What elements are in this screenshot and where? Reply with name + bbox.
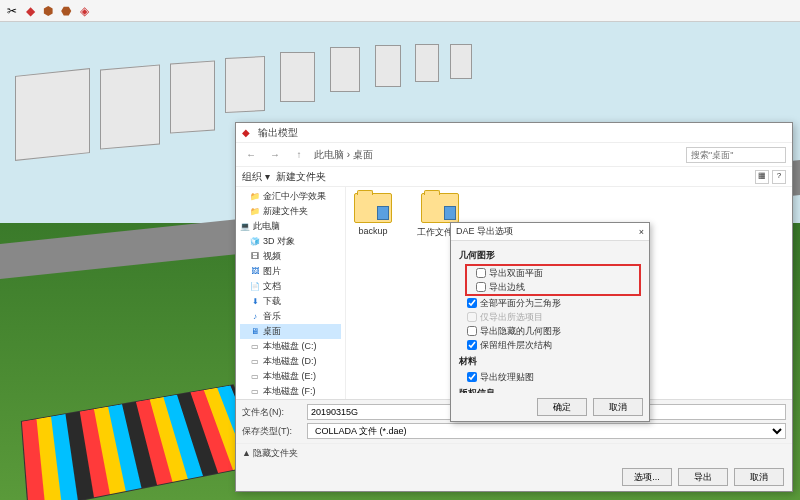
nav-back-icon[interactable]: ← (242, 149, 260, 160)
building-model (280, 52, 315, 102)
folder-icon: 🎞 (250, 252, 260, 262)
new-folder-button[interactable]: 新建文件夹 (276, 170, 326, 184)
folder-icon: 📁 (250, 192, 260, 202)
building-model (100, 64, 160, 149)
check-hierarchy[interactable]: 保留组件层次结构 (459, 338, 641, 352)
folder-icon: 📁 (250, 207, 260, 217)
check-triangulate[interactable]: 全部平面分为三角形 (459, 296, 641, 310)
options-button[interactable]: 选项... (622, 468, 672, 486)
tree-label: 此电脑 (253, 220, 280, 233)
file-item[interactable]: backup (354, 193, 392, 236)
app-icon: ◆ (242, 127, 254, 139)
ok-button[interactable]: 确定 (537, 398, 587, 416)
tree-label: 3D 对象 (263, 235, 295, 248)
tree-item[interactable]: ▭本地磁盘 (C:) (240, 339, 341, 354)
tree-label: 金汇中小学效果 (263, 190, 326, 203)
tree-label: 文档 (263, 280, 281, 293)
check-two-sided[interactable]: 导出双面平面 (468, 266, 638, 280)
file-toolbar: 组织 ▾ 新建文件夹 ▦ ? (236, 167, 792, 187)
tool-gem-icon[interactable]: ◈ (76, 3, 92, 19)
organize-menu[interactable]: 组织 ▾ (242, 170, 270, 184)
folder-icon (354, 193, 392, 223)
dae-options-dialog: DAE 导出选项 × 几何图形 导出双面平面 导出边线 全部平面分为三角形 仅导… (450, 222, 650, 422)
folder-icon: ⬇ (250, 297, 260, 307)
folder-icon: ▭ (250, 372, 260, 382)
nav-bar: ← → ↑ 此电脑 › 桌面 (236, 143, 792, 167)
hide-folders-toggle[interactable]: ▲ 隐藏文件夹 (236, 443, 792, 463)
tree-item[interactable]: 🖥桌面 (240, 324, 341, 339)
section-materials: 材料 (459, 355, 641, 368)
folder-icon: 🖼 (250, 267, 260, 277)
folder-icon (421, 193, 459, 223)
building-model (15, 68, 90, 161)
options-cancel-button[interactable]: 取消 (593, 398, 643, 416)
folder-icon: ♪ (250, 312, 260, 322)
tool-scissors-icon[interactable]: ✂ (4, 3, 20, 19)
highlighted-options: 导出双面平面 导出边线 (465, 264, 641, 296)
folder-icon: 📄 (250, 282, 260, 292)
tree-label: 新建文件夹 (263, 205, 308, 218)
folder-icon: 🖥 (250, 327, 260, 337)
file-label: backup (358, 226, 387, 236)
filetype-select[interactable]: COLLADA 文件 (*.dae) (307, 423, 786, 439)
tree-label: 视频 (263, 250, 281, 263)
options-buttons: 确定 取消 (451, 393, 649, 421)
tree-item[interactable]: 🖼图片 (240, 264, 341, 279)
nav-forward-icon[interactable]: → (266, 149, 284, 160)
tree-item[interactable]: 🧊3D 对象 (240, 234, 341, 249)
tree-item[interactable]: 📄文档 (240, 279, 341, 294)
check-export-edges[interactable]: 导出边线 (468, 280, 638, 294)
filename-label: 文件名(N): (242, 406, 302, 419)
building-model (375, 45, 401, 87)
search-input[interactable] (686, 147, 786, 163)
tool-box1-icon[interactable]: ⬢ (40, 3, 56, 19)
tree-label: 桌面 (263, 325, 281, 338)
filetype-label: 保存类型(T): (242, 425, 302, 438)
view-icons-button[interactable]: ▦ (755, 170, 769, 184)
section-geometry: 几何图形 (459, 249, 641, 262)
building-model (225, 56, 265, 113)
options-titlebar[interactable]: DAE 导出选项 × (451, 223, 649, 241)
dialog-title: 输出模型 (258, 126, 298, 140)
export-button[interactable]: 导出 (678, 468, 728, 486)
building-model (330, 47, 360, 92)
tree-label: 音乐 (263, 310, 281, 323)
tool-diamond-icon[interactable]: ◆ (22, 3, 38, 19)
cancel-button[interactable]: 取消 (734, 468, 784, 486)
tree-item[interactable]: ▭本地磁盘 (F:) (240, 384, 341, 399)
building-model (415, 44, 439, 82)
nav-up-icon[interactable]: ↑ (290, 149, 308, 160)
tree-label: 本地磁盘 (F:) (263, 385, 316, 398)
tree-label: 下载 (263, 295, 281, 308)
tree-label: 本地磁盘 (D:) (263, 355, 317, 368)
tree-item[interactable]: ▭本地磁盘 (E:) (240, 369, 341, 384)
tree-item[interactable]: ⬇下载 (240, 294, 341, 309)
check-textures[interactable]: 导出纹理贴图 (459, 370, 641, 384)
options-title: DAE 导出选项 (456, 225, 513, 238)
tree-item[interactable]: 💻此电脑 (240, 219, 341, 234)
building-model (170, 60, 215, 133)
tree-item[interactable]: 📁金汇中小学效果 (240, 189, 341, 204)
folder-icon: ▭ (250, 342, 260, 352)
tree-item[interactable]: 🎞视频 (240, 249, 341, 264)
dialog-titlebar[interactable]: ◆ 输出模型 (236, 123, 792, 143)
tree-label: 图片 (263, 265, 281, 278)
view-help-button[interactable]: ? (772, 170, 786, 184)
main-toolbar: ✂ ◆ ⬢ ⬣ ◈ (0, 0, 800, 22)
tool-box2-icon[interactable]: ⬣ (58, 3, 74, 19)
building-model (450, 44, 472, 79)
breadcrumb[interactable]: 此电脑 › 桌面 (314, 148, 680, 162)
tree-item[interactable]: 📁新建文件夹 (240, 204, 341, 219)
tree-label: 本地磁盘 (C:) (263, 340, 317, 353)
tree-label: 本地磁盘 (E:) (263, 370, 316, 383)
close-icon[interactable]: × (639, 227, 644, 237)
tree-item[interactable]: ▭本地磁盘 (D:) (240, 354, 341, 369)
colorful-building (21, 384, 267, 500)
folder-tree[interactable]: 📁金汇中小学效果📁新建文件夹💻此电脑🧊3D 对象🎞视频🖼图片📄文档⬇下载♪音乐🖥… (236, 187, 346, 399)
folder-icon: 💻 (240, 222, 250, 232)
check-hidden-geom[interactable]: 导出隐藏的几何图形 (459, 324, 641, 338)
folder-icon: 🧊 (250, 237, 260, 247)
folder-icon: ▭ (250, 387, 260, 397)
check-selection-only: 仅导出所选项目 (459, 310, 641, 324)
tree-item[interactable]: ♪音乐 (240, 309, 341, 324)
